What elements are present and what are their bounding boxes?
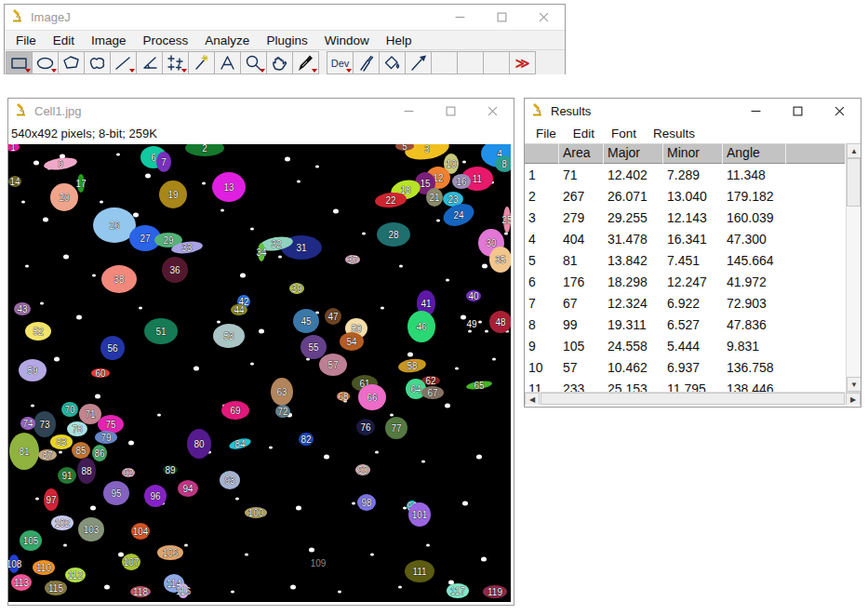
cell-blob-45: 45 xyxy=(293,309,319,333)
imagej-close-button[interactable] xyxy=(523,5,565,30)
table-cell: 9 xyxy=(525,335,559,356)
results-table: AreaMajorMinorAngle 17112.4027.28911.348… xyxy=(525,143,861,405)
results-titlebar[interactable]: Results xyxy=(525,99,861,124)
speckle xyxy=(240,274,246,278)
wand-tool-icon[interactable] xyxy=(188,51,215,74)
polygon-tool-icon[interactable] xyxy=(58,51,85,74)
results-menu-results[interactable]: Results xyxy=(645,127,703,140)
text-tool-icon[interactable] xyxy=(214,51,241,74)
table-row[interactable]: 58113.8427.451145.664 xyxy=(525,249,846,271)
rectangle-tool-icon[interactable] xyxy=(6,51,33,74)
scroll-down-button[interactable]: ▼ xyxy=(847,377,861,392)
vertical-scrollbar[interactable]: ▲ ▼ xyxy=(846,143,861,392)
svg-text:13: 13 xyxy=(223,182,234,193)
results-menu-file[interactable]: File xyxy=(527,127,565,140)
table-cell: 105 xyxy=(559,335,604,356)
svg-text:64: 64 xyxy=(410,384,421,394)
freehand-tool-icon[interactable] xyxy=(84,51,111,74)
speckle xyxy=(338,591,341,594)
svg-text:55: 55 xyxy=(308,342,319,353)
imagej-titlebar[interactable]: ImageJ xyxy=(5,5,565,30)
column-header-area[interactable]: Area xyxy=(559,143,604,164)
brush-tool-icon[interactable] xyxy=(353,51,380,74)
menu-analyze[interactable]: Analyze xyxy=(196,33,258,47)
column-header-angle[interactable]: Angle xyxy=(723,143,786,164)
table-row[interactable]: 1123325.15311.795138.446 xyxy=(525,378,846,392)
results-maximize-button[interactable] xyxy=(777,99,819,124)
column-header-blank[interactable] xyxy=(786,143,846,164)
menu-plugins[interactable]: Plugins xyxy=(258,33,315,47)
table-row[interactable]: 226726.07113.040179.182 xyxy=(525,185,846,207)
table-row[interactable]: 89919.3116.52747.836 xyxy=(525,314,846,335)
point-tool-icon[interactable] xyxy=(162,51,189,74)
cell-blob-57: 57 xyxy=(319,354,347,376)
speckle xyxy=(446,279,449,282)
svg-text:85: 85 xyxy=(75,446,87,456)
cell-blob-73: 73 xyxy=(33,411,56,437)
angle-tool-icon[interactable] xyxy=(136,51,163,74)
cell-blob-66: 66 xyxy=(358,384,386,410)
fill-tool-icon[interactable] xyxy=(379,51,406,74)
table-cell: 12.143 xyxy=(663,207,723,228)
menu-image[interactable]: Image xyxy=(83,33,135,47)
table-row[interactable]: 617618.29812.24741.972 xyxy=(525,271,846,292)
scroll-left-button[interactable]: ◀ xyxy=(525,393,540,405)
arrow-tool-icon[interactable] xyxy=(405,51,432,74)
column-header-major[interactable]: Major xyxy=(604,143,663,164)
results-table-body[interactable]: 17112.4027.28911.348226726.07113.040179.… xyxy=(525,164,846,392)
table-row[interactable]: 105710.4626.937136.758 xyxy=(525,356,846,378)
results-menu-edit[interactable]: Edit xyxy=(565,127,603,140)
menu-edit[interactable]: Edit xyxy=(45,33,83,47)
vertical-scroll-thumb[interactable] xyxy=(847,158,861,207)
dev-tool-icon[interactable]: Dev xyxy=(327,51,354,74)
speckle xyxy=(375,451,379,454)
svg-text:44: 44 xyxy=(234,305,245,315)
more-tool-icon[interactable]: ≫ xyxy=(509,51,536,74)
results-close-button[interactable] xyxy=(819,99,861,124)
imagej-minimize-button[interactable] xyxy=(439,5,481,30)
table-row[interactable]: 76712.3246.92272.903 xyxy=(525,292,846,314)
table-row[interactable]: 17112.4027.28911.348 xyxy=(525,164,846,185)
imagej-maximize-button[interactable] xyxy=(481,5,523,30)
cell-maximize-button[interactable] xyxy=(430,99,472,124)
menu-window[interactable]: Window xyxy=(316,33,378,47)
tool-dropdown-indicator xyxy=(129,69,135,73)
scroll-up-button[interactable]: ▲ xyxy=(847,143,861,158)
svg-text:35: 35 xyxy=(495,255,506,265)
menu-file[interactable]: File xyxy=(7,33,45,47)
svg-text:119: 119 xyxy=(487,587,502,597)
svg-text:79: 79 xyxy=(100,433,112,443)
cell-blob-79: 79 xyxy=(95,431,117,444)
column-header-minor[interactable]: Minor xyxy=(663,143,723,164)
table-row[interactable]: 327929.25512.143160.039 xyxy=(525,207,846,228)
hand-tool-icon[interactable] xyxy=(266,51,293,74)
menu-help[interactable]: Help xyxy=(378,33,421,47)
speckle xyxy=(421,461,425,463)
table-row[interactable]: 910524.5585.4449.831 xyxy=(525,335,846,356)
cell-close-button[interactable] xyxy=(472,99,514,124)
svg-text:88: 88 xyxy=(81,466,92,476)
svg-text:53: 53 xyxy=(223,331,234,341)
column-header-blank[interactable] xyxy=(525,143,559,164)
dropper-tool-icon[interactable] xyxy=(292,51,319,74)
results-minimize-button[interactable] xyxy=(735,99,777,124)
scroll-right-button[interactable]: ▶ xyxy=(846,393,861,405)
cell-minimize-button[interactable] xyxy=(388,99,430,124)
table-cell: 404 xyxy=(559,228,604,249)
svg-text:45: 45 xyxy=(300,316,312,327)
speckle xyxy=(250,228,254,231)
horizontal-scrollbar[interactable]: ◀ ▶ xyxy=(525,392,861,405)
cell-image-canvas[interactable]: 1234567891011121314151617181920212223242… xyxy=(8,144,511,602)
speckle xyxy=(100,201,103,204)
results-menu-font[interactable]: Font xyxy=(603,127,645,140)
svg-text:47: 47 xyxy=(327,312,339,322)
zoom-tool-icon[interactable] xyxy=(240,51,267,74)
oval-tool-icon[interactable] xyxy=(32,51,59,74)
menu-process[interactable]: Process xyxy=(135,33,197,47)
horizontal-scroll-thumb[interactable] xyxy=(541,393,845,405)
line-tool-icon[interactable] xyxy=(110,51,137,74)
cell-titlebar[interactable]: Cell1.jpg xyxy=(8,99,514,124)
table-row[interactable]: 440431.47816.34147.300 xyxy=(525,228,846,249)
svg-text:100: 100 xyxy=(248,508,264,518)
table-cell: 279 xyxy=(559,207,604,228)
